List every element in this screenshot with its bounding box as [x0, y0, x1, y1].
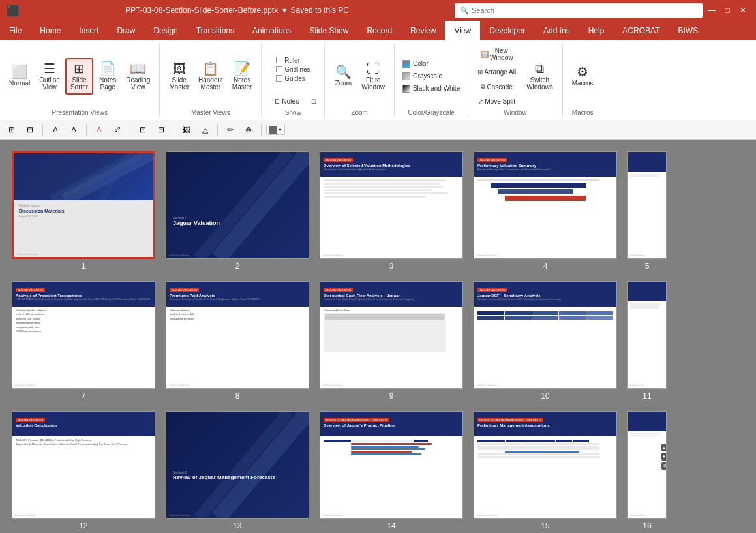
- guides-row[interactable]: Guides: [276, 75, 310, 82]
- tab-help[interactable]: Help: [579, 21, 614, 40]
- tab-animations[interactable]: Animations: [243, 21, 300, 40]
- s4-footer: Goldman Stanley: [477, 254, 497, 257]
- fit-to-window-button[interactable]: ⛶ Fit toWindow: [357, 59, 389, 93]
- gridlines-checkbox[interactable]: [276, 66, 282, 72]
- normal-button[interactable]: ⬜ Normal: [5, 63, 34, 89]
- slide-thumb-10[interactable]: JAGUAR VALUATION Jaguar DCF – Sensitivit…: [474, 281, 617, 389]
- color-option[interactable]: Color: [400, 59, 462, 69]
- slide-master-button[interactable]: 🖼 SlideMaster: [165, 59, 193, 93]
- svg-line-6: [199, 412, 289, 518]
- slide-9[interactable]: JAGUAR VALUATION Discounted Cash Flow An…: [314, 276, 468, 406]
- outline-view-button[interactable]: ☰ OutlineView: [35, 59, 64, 93]
- maximize-button[interactable]: □: [721, 4, 734, 17]
- tab-file[interactable]: File: [0, 21, 31, 40]
- tab-transitions[interactable]: Transitions: [187, 21, 243, 40]
- notes-master-button[interactable]: 📝 NotesMaster: [228, 59, 256, 93]
- slide-2[interactable]: Section 1 Jaguar Valuation Goldman Stanl…: [160, 146, 314, 276]
- tab-home[interactable]: Home: [31, 21, 70, 40]
- toolbar-draw-btn[interactable]: ✏: [222, 123, 238, 137]
- slide-3[interactable]: JAGUAR VALUATION Overview of Selected Va…: [314, 146, 468, 276]
- slide-thumb-15[interactable]: REVIEW OF JAGUAR MANAGEMENT FORECASTS Pr…: [474, 411, 617, 519]
- slide-1[interactable]: Project Jaguar Discussion Materials Augu…: [7, 146, 160, 276]
- toolbar-insert-img-btn[interactable]: 🖼: [179, 123, 194, 137]
- zoom-buttons: 🔍 Zoom ⛶ Fit toWindow: [330, 44, 389, 108]
- tab-design[interactable]: Design: [144, 21, 187, 40]
- tab-acrobat[interactable]: ACROBAT: [613, 21, 669, 40]
- slide-sorter-button[interactable]: ⊞ SlideSorter: [65, 58, 93, 95]
- search-input[interactable]: [472, 7, 697, 14]
- slide-thumb-5[interactable]: Goldman Stanley: [627, 151, 667, 259]
- slide-7[interactable]: JAGUAR VALUATION Analysis of Precedent T…: [7, 276, 160, 406]
- arrange-all-button[interactable]: ⊞ Arrange All: [474, 66, 520, 78]
- slide-5[interactable]: Goldman Stanley 5: [622, 146, 672, 276]
- notes-button[interactable]: 🗒 Notes: [267, 95, 306, 108]
- nav-arrow-up[interactable]: ▲: [661, 444, 666, 451]
- handout-master-button[interactable]: 📋 HandoutMaster: [194, 59, 227, 93]
- slide-thumb-8[interactable]: JAGUAR VALUATION Premiums Paid Analysis …: [166, 281, 309, 389]
- tab-slideshow[interactable]: Slide Show: [300, 21, 357, 40]
- slide-14[interactable]: REVIEW OF JAGUAR MANAGEMENT FORECASTS Ov…: [314, 406, 468, 533]
- zoom-button[interactable]: 🔍 Zoom: [330, 63, 356, 89]
- slide-4[interactable]: JAGUAR VALUATION Preliminary Valuation S…: [468, 146, 622, 276]
- slide-11[interactable]: Goldman Stanley 11: [622, 276, 672, 406]
- tab-addins[interactable]: Add-ins: [534, 21, 579, 40]
- toolbar-highlight-btn[interactable]: 🖊: [110, 123, 125, 137]
- grayscale-option[interactable]: Grayscale: [400, 71, 462, 82]
- slide-thumb-9[interactable]: JAGUAR VALUATION Discounted Cash Flow An…: [320, 281, 463, 389]
- toolbar-layout-btn[interactable]: ⊟: [153, 123, 169, 137]
- slide-thumb-1[interactable]: Project Jaguar Discussion Materials Augu…: [12, 151, 155, 259]
- guides-checkbox[interactable]: [276, 75, 282, 82]
- toolbar-color-btn[interactable]: A: [91, 123, 107, 137]
- slide-thumb-16[interactable]: Goldman Stanley ▲ ▼ ⊞: [627, 411, 667, 519]
- bw-option[interactable]: Black and White: [400, 84, 462, 94]
- nav-arrow-down[interactable]: ▼: [661, 453, 666, 461]
- slide-thumb-7[interactable]: JAGUAR VALUATION Analysis of Precedent T…: [12, 281, 155, 389]
- slide-thumb-2[interactable]: Section 1 Jaguar Valuation Goldman Stanl…: [166, 151, 309, 259]
- slide-12[interactable]: JAGUAR VALUATION Valuation Conclusions A…: [7, 406, 160, 533]
- switch-windows-button[interactable]: ⧉ SwitchWindows: [522, 44, 557, 108]
- slide-13[interactable]: Section 2 Review of Jaguar Management Fo…: [160, 406, 314, 533]
- toolbar-borders-btn[interactable]: ⊡: [135, 123, 151, 137]
- ruler-checkbox[interactable]: [276, 57, 282, 63]
- tab-biws[interactable]: BIWS: [669, 21, 707, 40]
- toolbar-font-btn[interactable]: A: [48, 123, 63, 137]
- tab-insert[interactable]: Insert: [70, 21, 108, 40]
- toolbar-btn-1[interactable]: ⊞: [4, 123, 20, 137]
- tab-record[interactable]: Record: [357, 21, 401, 40]
- nav-arrow-expand[interactable]: ⊞: [661, 462, 666, 470]
- color-options: Color Grayscale Black and White: [400, 44, 462, 108]
- tab-draw[interactable]: Draw: [108, 21, 144, 40]
- show-dialog-button[interactable]: ⊡: [309, 97, 319, 106]
- macros-button[interactable]: ⚙ Macros: [568, 63, 597, 89]
- toolbar-btn-2[interactable]: ⊟: [22, 123, 38, 137]
- toolbar-fontsize-btn[interactable]: A: [66, 123, 82, 137]
- slide-thumb-3[interactable]: JAGUAR VALUATION Overview of Selected Va…: [320, 151, 463, 259]
- reading-view-button[interactable]: 📖 ReadingView: [122, 59, 154, 93]
- slide-thumb-12[interactable]: JAGUAR VALUATION Valuation Conclusions A…: [12, 411, 155, 519]
- slide-8[interactable]: JAGUAR VALUATION Premiums Paid Analysis …: [160, 276, 314, 406]
- slide-thumb-14[interactable]: REVIEW OF JAGUAR MANAGEMENT FORECASTS Ov…: [320, 411, 463, 519]
- s12-tag: JAGUAR VALUATION: [16, 418, 45, 422]
- notes-page-button[interactable]: 📄 NotesPage: [95, 59, 121, 93]
- slide-16[interactable]: Goldman Stanley ▲ ▼ ⊞ 16: [622, 406, 672, 533]
- slide-thumb-4[interactable]: JAGUAR VALUATION Preliminary Valuation S…: [474, 151, 617, 259]
- tab-view[interactable]: View: [445, 21, 480, 40]
- gridlines-row[interactable]: Gridlines: [276, 66, 310, 73]
- cascade-button[interactable]: ⧉ Cascade: [474, 80, 520, 93]
- slide-thumb-13[interactable]: Section 2 Review of Jaguar Management Fo…: [166, 411, 309, 519]
- slide-15[interactable]: REVIEW OF JAGUAR MANAGEMENT FORECASTS Pr…: [468, 406, 622, 533]
- new-window-button[interactable]: 🪟 NewWindow: [474, 44, 520, 64]
- tab-developer[interactable]: Developer: [480, 21, 534, 40]
- minimize-button[interactable]: —: [705, 4, 718, 17]
- search-box[interactable]: 🔍: [455, 3, 703, 18]
- toolbar-shapes-btn[interactable]: △: [197, 123, 213, 137]
- toolbar-smart-btn[interactable]: ⊛: [241, 123, 256, 137]
- toolbar-theme-dropdown[interactable]: ▾: [266, 125, 285, 135]
- close-button[interactable]: ✕: [736, 4, 749, 17]
- move-split-button[interactable]: ⤢ Move Split: [474, 95, 520, 108]
- tab-review[interactable]: Review: [401, 21, 445, 40]
- s8-tag: JAGUAR VALUATION: [170, 288, 199, 292]
- slide-thumb-11[interactable]: Goldman Stanley: [627, 281, 667, 389]
- ruler-row[interactable]: Ruler: [276, 57, 310, 64]
- slide-10[interactable]: JAGUAR VALUATION Jaguar DCF – Sensitivit…: [468, 276, 622, 406]
